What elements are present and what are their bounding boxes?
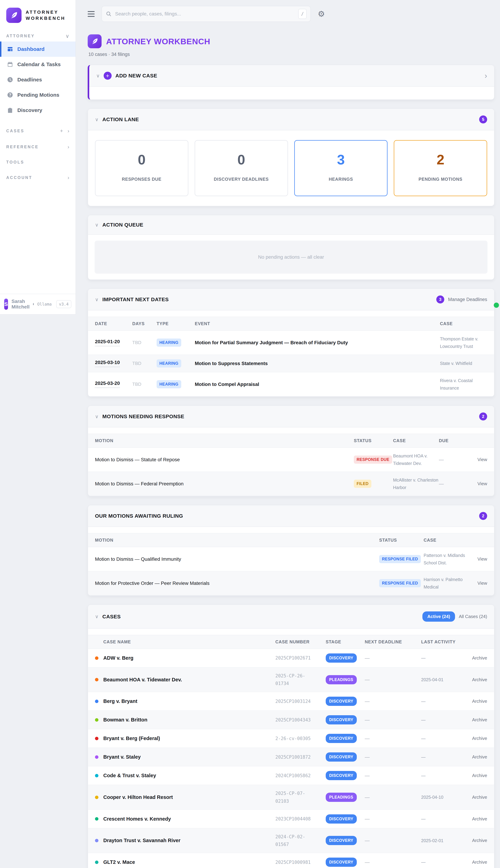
status-indicator-dot: [494, 302, 499, 308]
archive-link[interactable]: Archive: [468, 795, 487, 800]
case-row[interactable]: Berg v. Bryant 2025CP1003124 DISCOVERY —…: [88, 692, 494, 711]
archive-link[interactable]: Archive: [468, 838, 487, 843]
type-badge: HEARING: [157, 339, 181, 347]
motion-title: Motion for Protective Order — Peer Revie…: [95, 581, 379, 586]
case-row[interactable]: GLT2 v. Mace 2025CP1000981 DISCOVERY — —…: [88, 853, 494, 868]
chevron-down-icon[interactable]: ∨: [95, 414, 99, 420]
next-deadline: —: [365, 795, 421, 800]
archive-link[interactable]: Archive: [468, 754, 487, 760]
archive-link[interactable]: Archive: [468, 773, 487, 778]
case-number: 2025CP1000981: [275, 858, 312, 866]
chevron-right-icon[interactable]: ›: [68, 128, 69, 134]
view-link[interactable]: View: [467, 457, 487, 462]
calendar-icon: [7, 61, 13, 68]
chevron-down-icon[interactable]: ∨: [95, 222, 99, 228]
hamburger-menu-icon[interactable]: [88, 11, 95, 17]
sidebar-item-pending-motions[interactable]: Pending Motions: [0, 87, 76, 103]
chevron-down-icon[interactable]: ∨: [95, 117, 99, 122]
case-number: 2023CP1004408: [275, 815, 312, 823]
archive-link[interactable]: Archive: [468, 736, 487, 741]
case-row[interactable]: Cooper v. Hilton Head Resort 2025-CP-07-…: [88, 785, 494, 810]
sidebar-section-attorney[interactable]: ATTORNEY ∨: [0, 33, 76, 39]
chevron-down-icon[interactable]: ∨: [96, 73, 100, 79]
archive-link[interactable]: Archive: [468, 655, 487, 661]
filter-all-button[interactable]: All Cases (24): [459, 614, 487, 619]
case-number: 2025-CP-26-01734: [275, 672, 312, 687]
global-search[interactable]: /: [102, 6, 311, 22]
motion-title: Motion to Dismiss — Statute of Repose: [95, 457, 354, 462]
sidebar-section-reference[interactable]: REFERENCE ›: [0, 144, 76, 150]
stage-pill: DISCOVERY: [326, 653, 357, 663]
next-date-row[interactable]: 2025-01-20 TBD HEARING Motion for Partia…: [88, 331, 494, 355]
archive-link[interactable]: Archive: [468, 699, 487, 704]
case-row[interactable]: Beaumont HOA v. Tidewater Dev. 2025-CP-2…: [88, 667, 494, 692]
filter-active-button[interactable]: Active (24): [422, 612, 455, 622]
archive-link[interactable]: Archive: [468, 677, 487, 683]
engine-label: Ollama: [37, 302, 52, 306]
chevron-right-icon[interactable]: ›: [485, 72, 487, 80]
sidebar-item-calendar-tasks[interactable]: Calendar & Tasks: [0, 57, 76, 72]
sidebar-section-cases[interactable]: CASES + ›: [0, 128, 76, 134]
view-link[interactable]: View: [467, 556, 487, 562]
case-row[interactable]: Bryant v. Staley 2025CP1001872 DISCOVERY…: [88, 748, 494, 766]
next-date-row[interactable]: 2025-03-20 TBD HEARING Motion to Compel …: [88, 373, 494, 397]
case-row[interactable]: Drayton Trust v. Savannah River 2024-CP-…: [88, 829, 494, 853]
view-link[interactable]: View: [467, 481, 487, 487]
user-name: Sarah Mitchell: [11, 299, 30, 310]
plus-icon[interactable]: +: [60, 128, 63, 134]
stat-card-discovery-deadlines[interactable]: 0 DISCOVERY DEADLINES: [195, 140, 288, 196]
manage-deadlines-link[interactable]: Manage Deadlines: [448, 297, 487, 302]
view-link[interactable]: View: [467, 581, 487, 586]
case-name: Cooper v. Hilton Head Resort: [103, 795, 173, 800]
case-row[interactable]: Bryant v. Berg (Federal) 2-26-cv-00305 D…: [88, 729, 494, 748]
help-circle-icon: [7, 92, 13, 98]
sidebar-item-dashboard[interactable]: Dashboard: [0, 42, 76, 57]
stat-card-hearings[interactable]: 3 HEARINGS: [294, 140, 388, 196]
sidebar-item-deadlines[interactable]: Deadlines: [0, 72, 76, 87]
search-input[interactable]: [115, 11, 295, 17]
motion-row[interactable]: Motion to Dismiss — Statute of Repose RE…: [88, 448, 494, 472]
table-header: CASE NAME CASE NUMBER STAGE NEXT DEADLIN…: [88, 635, 494, 649]
stage-pill: DISCOVERY: [326, 752, 357, 762]
event-title: Motion to Compel Appraisal: [195, 381, 440, 387]
chevron-down-icon[interactable]: ∨: [95, 297, 99, 302]
case-row[interactable]: Crescent Homes v. Kennedy 2023CP1004408 …: [88, 810, 494, 829]
archive-link[interactable]: Archive: [468, 816, 487, 822]
sidebar-item-discovery[interactable]: Discovery: [0, 103, 76, 118]
sidebar-section-tools[interactable]: TOOLS: [0, 160, 76, 164]
count-badge: 5: [479, 115, 487, 123]
stat-card-responses-due[interactable]: 0 RESPONSES DUE: [95, 140, 189, 196]
motion-row[interactable]: Motion for Protective Order — Peer Revie…: [88, 571, 494, 595]
last-activity: —: [421, 735, 468, 742]
next-deadline: —: [365, 655, 421, 661]
status-dot: [33, 303, 34, 305]
user-footer[interactable]: S Sarah Mitchell Ollama v3.4: [0, 294, 76, 314]
next-date-row[interactable]: 2025-03-10 TBD HEARING Motion to Suppres…: [88, 355, 494, 373]
case-number: 2024-CP-02-01567: [275, 833, 312, 848]
motion-title: Motion to Dismiss — Qualified Immunity: [95, 556, 379, 562]
chevron-down-icon[interactable]: ∨: [95, 614, 99, 619]
case-row[interactable]: Bowman v. Britton 2025CP1004343 DISCOVER…: [88, 711, 494, 729]
motion-row[interactable]: Motion to Dismiss — Qualified Immunity R…: [88, 547, 494, 571]
case-row[interactable]: Code & Trust v. Staley 2024CP1005862 DIS…: [88, 766, 494, 785]
case-row[interactable]: ADW v. Berg 2025CP1002671 DISCOVERY — — …: [88, 649, 494, 667]
stage-pill: DISCOVERY: [326, 734, 357, 743]
case-ref: State v. Whitfield: [440, 360, 487, 367]
important-next-dates-panel: ∨ IMPORTANT NEXT DATES 3 Manage Deadline…: [88, 288, 495, 397]
count-badge: 2: [479, 512, 487, 520]
stat-card-pending-motions[interactable]: 2 PENDING MOTIONS: [394, 140, 487, 196]
sidebar: ATTORNEY WORKBENCH ATTORNEY ∨ Dashboard …: [0, 0, 76, 315]
add-new-case-panel[interactable]: ∨ + ADD NEW CASE ›: [88, 65, 495, 100]
attorney-workbench-dashboard: ATTORNEY WORKBENCH ATTORNEY ∨ Dashboard …: [0, 0, 500, 868]
sidebar-section-account[interactable]: ACCOUNT ›: [0, 175, 76, 181]
status-badge: RESPONSE FILED: [379, 579, 421, 587]
gear-icon[interactable]: ⚙: [318, 10, 325, 18]
keyboard-shortcut-badge: /: [298, 9, 307, 19]
archive-link[interactable]: Archive: [468, 717, 487, 722]
page-header: ATTORNEY WORKBENCH: [88, 34, 495, 48]
archive-link[interactable]: Archive: [468, 859, 487, 865]
last-activity: —: [421, 654, 468, 662]
next-deadline: —: [365, 677, 421, 683]
motion-row[interactable]: Motion to Dismiss — Federal Preemption F…: [88, 472, 494, 496]
last-activity: 2025-02-01: [421, 837, 468, 844]
